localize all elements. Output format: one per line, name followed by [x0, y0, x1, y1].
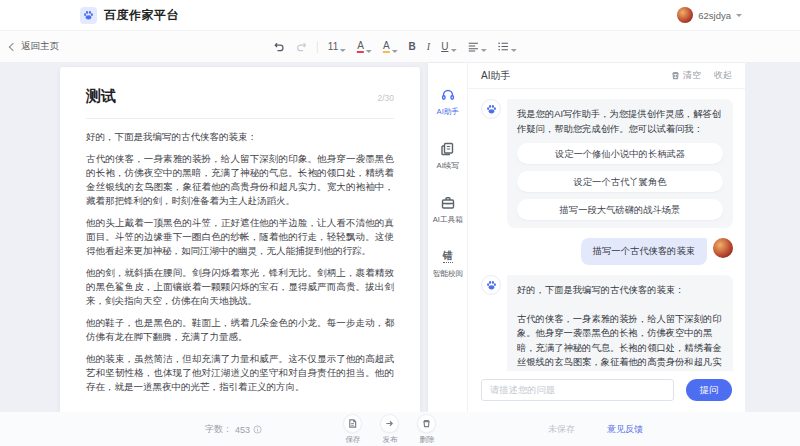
italic-icon: I [427, 41, 430, 52]
doc-paragraph: 他的剑，就斜插在腰间。剑身闪烁着寒光，锋利无比。剑柄上，裹着精致的黑色鲨鱼皮，上… [86, 266, 394, 308]
ai-welcome-row: 我是您的AI写作助手，为您提供创作灵感，解答创作疑问，帮助您完成创作。您可以试着… [481, 99, 733, 228]
suggestion-maid-role[interactable]: 设定一个古代丫鬟角色 [517, 171, 723, 192]
ai-welcome-bubble: 我是您的AI写作助手，为您提供创作灵感，解答创作疑问，帮助您完成创作。您可以试着… [507, 99, 733, 228]
clear-chat-label: 清空 [683, 69, 701, 82]
save-label: 保存 [345, 434, 360, 444]
feedback-link[interactable]: 意见反馈 [607, 423, 643, 436]
toolbar-divider [317, 41, 318, 53]
brand: 百度作家平台 [80, 7, 179, 24]
doc-paragraph: 古代的侠客，一身素雅的装扮，给人留下深刻的印象。他身穿一袭墨黑色的长袍，仿佛夜空… [86, 152, 394, 208]
delete-label: 删除 [419, 434, 434, 444]
trash-icon [671, 71, 680, 80]
italic-button[interactable]: I [426, 39, 431, 54]
chevron-down-icon [450, 49, 456, 52]
chevron-down-icon [366, 50, 372, 53]
font-size-value: 11 [328, 41, 338, 52]
chevron-down-icon [736, 14, 742, 17]
underline-button[interactable]: U [440, 39, 457, 54]
proofread-icon: 错 [440, 249, 455, 264]
footer-actions: 保存 发布 删除 [343, 414, 436, 445]
suggestion-weapon[interactable]: 设定一个修仙小说中的长柄武器 [517, 143, 723, 164]
bold-icon: B [409, 41, 416, 52]
undo-button[interactable] [273, 39, 286, 54]
align-button[interactable] [466, 39, 487, 54]
document-title-field[interactable]: 测试 [86, 87, 116, 106]
main-area: 测试 2/30 好的，下面是我编写的古代侠客的装束： 古代的侠客，一身素雅的装扮… [0, 63, 800, 412]
ai-reply-body: 古代的侠客，一身素雅的装扮，给人留下深刻的印象。他身穿一袭墨黑色的长袍，仿佛夜空… [517, 312, 723, 372]
doc-paragraph: 好的，下面是我编写的古代侠客的装束： [86, 130, 394, 144]
delete-button[interactable]: 删除 [417, 414, 436, 445]
user-message-bubble: 描写一个古代侠客的装束 [581, 238, 707, 265]
editor-toolbar: 11 A A B I U [273, 39, 518, 55]
ask-input-row: 提问 [468, 371, 745, 412]
user-message-row: 描写一个古代侠客的装束 [481, 238, 733, 265]
doc-paragraph: 他的头上戴着一顶黑色的斗笠，正好遮住他的半边脸，让人看不清他的真面目。斗笠的边缘… [86, 216, 394, 258]
baidu-paw-logo-icon [80, 7, 97, 24]
unsaved-status: 未保存 [548, 423, 575, 436]
document-pages-icon [440, 141, 455, 156]
undo-icon [274, 41, 285, 52]
suggestion-battle-scene[interactable]: 描写一段大气磅礴的战斗场景 [517, 199, 723, 220]
info-icon[interactable] [253, 425, 262, 434]
doc-paragraph: 他的装束，虽然简洁，但却充满了力量和威严。这不仅显示了他的高超武艺和坚韧性格，也… [86, 352, 394, 394]
sidebar-item-ai-assistant[interactable]: AI助手 [436, 87, 460, 117]
publish-label: 发布 [382, 434, 397, 444]
app-header: 百度作家平台 62sjdya [0, 0, 800, 31]
word-count-label: 字数： [205, 423, 232, 436]
ai-reply-bubble: 好的，下面是我编写的古代侠客的装束： 古代的侠客，一身素雅的装扮，给人留下深刻的… [507, 275, 733, 371]
assistant-paw-avatar [481, 275, 501, 295]
footer-bar: 字数：453 保存 发布 删除 未保存 意见反馈 [0, 412, 800, 446]
chevron-down-icon [392, 50, 398, 53]
sidebar-item-label: AI续写 [436, 160, 458, 170]
ai-reply-row: 好的，下面是我编写的古代侠客的装束： 古代的侠客，一身素雅的装扮，给人留下深刻的… [481, 275, 733, 371]
clear-chat-button[interactable]: 清空 [671, 69, 701, 82]
question-input[interactable] [481, 379, 674, 401]
publish-button[interactable]: 发布 [380, 414, 399, 445]
sidebar-item-ai-toolbox[interactable]: AI工具箱 [432, 195, 464, 225]
chevron-down-icon [480, 49, 486, 52]
font-color-button[interactable]: A [356, 39, 373, 55]
title-divider [86, 118, 394, 119]
save-file-icon [348, 419, 357, 428]
word-count: 字数：453 [205, 423, 262, 436]
user-menu[interactable]: 62sjdya [677, 7, 742, 23]
bold-button[interactable]: B [408, 39, 417, 54]
sidebar-item-ai-continue[interactable]: AI续写 [436, 141, 460, 171]
toolbar-row: 返回主页 11 A A B I U [0, 31, 800, 63]
font-size-select[interactable]: 11 [327, 39, 347, 54]
sidebar-item-label: 智能校阅 [432, 268, 462, 278]
app-title: 百度作家平台 [104, 7, 179, 24]
user-name: 62sjdya [698, 10, 731, 21]
chevron-left-icon [9, 42, 17, 50]
font-color-icon: A [357, 41, 364, 53]
highlight-color-button[interactable]: A [382, 39, 399, 55]
document-editor[interactable]: 好的，下面是我编写的古代侠客的装束： 古代的侠客，一身素雅的装扮，给人留下深刻的… [86, 130, 394, 394]
redo-icon [296, 41, 307, 52]
doc-paragraph: 他的鞋子，也是黑色的。鞋面上，绣着几朵金色的小龙。每一步走动，都仿佛有龙在脚下翻… [86, 316, 394, 344]
app-root: 百度作家平台 62sjdya 返回主页 11 A [0, 0, 800, 446]
redo-button[interactable] [295, 39, 308, 54]
collapse-panel-button[interactable]: 收起 [714, 69, 732, 82]
user-avatar [677, 7, 693, 23]
trash-icon [422, 419, 431, 428]
back-home-label: 返回主页 [21, 40, 59, 53]
publish-arrow-icon [385, 419, 394, 428]
ask-button[interactable]: 提问 [686, 379, 732, 401]
assistant-title: AI助手 [481, 69, 510, 83]
align-icon [467, 41, 478, 52]
collapse-panel-label: 收起 [714, 69, 732, 82]
assistant-paw-avatar [481, 99, 501, 119]
ai-reply-intro: 好的，下面是我编写的古代侠客的装束： [517, 283, 723, 298]
toolbox-icon [440, 195, 455, 210]
back-home-link[interactable]: 返回主页 [10, 40, 59, 53]
list-button[interactable] [496, 39, 517, 54]
sidebar-item-label: AI工具箱 [433, 214, 463, 224]
underline-icon: U [441, 41, 448, 52]
ai-assistant-panel: AI助手 清空 收起 [467, 63, 745, 412]
user-chat-avatar [713, 238, 733, 258]
chevron-down-icon [340, 49, 346, 52]
chevron-down-icon [510, 49, 516, 52]
save-button[interactable]: 保存 [343, 414, 362, 445]
highlight-color-icon: A [383, 41, 390, 53]
sidebar-item-smart-proofread[interactable]: 错 智能校阅 [432, 249, 464, 279]
